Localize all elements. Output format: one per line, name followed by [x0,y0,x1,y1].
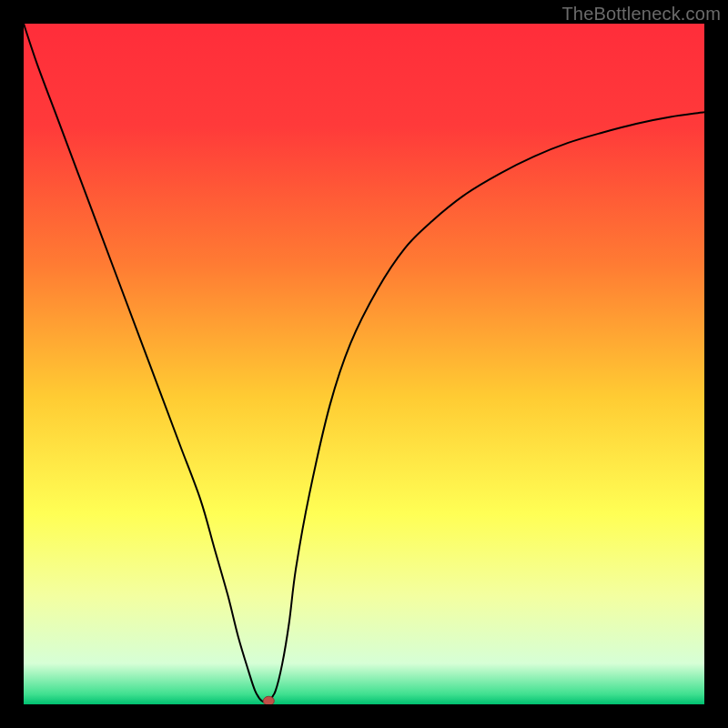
bottleneck-chart [24,24,704,704]
optimum-marker [263,696,274,704]
watermark-text: TheBottleneck.com [561,4,721,25]
gradient-background [24,24,704,704]
chart-frame [24,24,704,704]
